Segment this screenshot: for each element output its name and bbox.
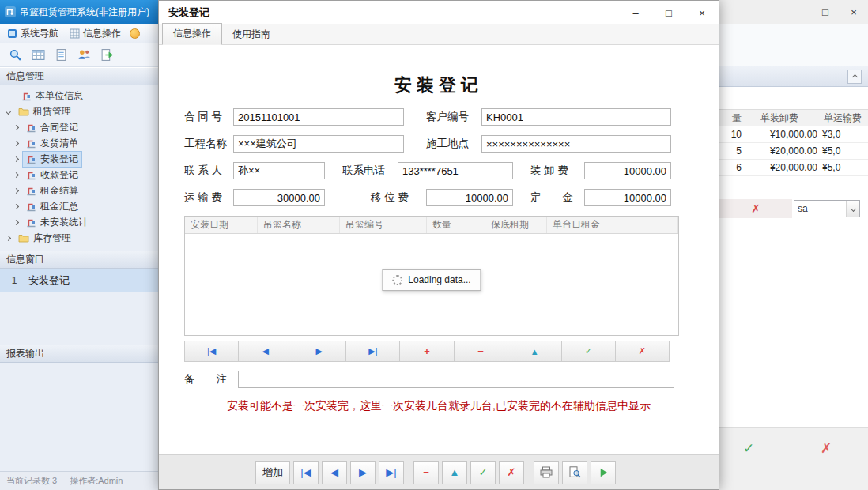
- section-header-info-management[interactable]: 信息管理: [0, 67, 158, 85]
- column-header[interactable]: 单装卸费: [742, 111, 817, 125]
- toolbar-cancel-button[interactable]: ✗: [499, 461, 524, 484]
- loading-fee-input[interactable]: [584, 162, 671, 179]
- nav-cancel-button[interactable]: ✗: [615, 341, 670, 362]
- table-view-button[interactable]: [29, 47, 47, 64]
- chevron-right-icon[interactable]: [13, 124, 19, 130]
- ribbon-tab-strip: 系统导航 信息操作: [0, 24, 158, 43]
- toolbar-post-button[interactable]: ✓: [470, 461, 496, 484]
- nav-delete-button[interactable]: −: [454, 341, 508, 362]
- table-row[interactable]: 6 ¥20,000.00 ¥5,0: [696, 160, 868, 176]
- toolbar-delete-button[interactable]: −: [413, 461, 439, 484]
- section-label: 信息窗口: [6, 253, 44, 266]
- project-name-input[interactable]: [233, 135, 404, 153]
- toolbar-last-button[interactable]: ▶|: [379, 461, 404, 484]
- minimize-button[interactable]: –: [783, 0, 811, 24]
- tab-label: 系统导航: [21, 27, 58, 40]
- contract-no-label: 合 同 号: [184, 107, 232, 127]
- help-icon[interactable]: [130, 28, 140, 39]
- print-button[interactable]: [534, 461, 559, 484]
- close-button[interactable]: ×: [840, 0, 868, 24]
- tree-item-install-register[interactable]: 安装登记: [0, 151, 158, 167]
- main-window-right-area: – □ × 量 单装卸费 单运输费 10 ¥10,000.00 ¥3,0 5 ¥…: [696, 0, 868, 490]
- toolbar-next-button[interactable]: ▶: [350, 461, 376, 484]
- tab-user-guide[interactable]: 使用指南: [222, 24, 281, 45]
- move-fee-input[interactable]: [426, 189, 513, 206]
- tree-item-payment-register[interactable]: 收款登记: [0, 167, 158, 183]
- tab-label: 信息操作: [83, 27, 121, 40]
- users-button[interactable]: [75, 47, 92, 64]
- toolbar-first-button[interactable]: |◀: [293, 461, 319, 484]
- collapse-panel-button[interactable]: [847, 70, 862, 84]
- deposit-input[interactable]: [584, 189, 671, 206]
- toolbar-prev-button[interactable]: ◀: [322, 461, 347, 484]
- maximize-button[interactable]: □: [652, 1, 685, 24]
- cancel-x-icon[interactable]: ✗: [821, 440, 832, 457]
- chevron-right-icon[interactable]: [13, 156, 19, 161]
- export-button[interactable]: [98, 47, 115, 64]
- nav-prev-button[interactable]: ◀: [238, 341, 292, 362]
- detail-grid[interactable]: 安装日期 吊篮名称 吊篮编号 数量 保底租期 单台日租金 Loading dat…: [184, 216, 679, 336]
- confirm-check-icon[interactable]: ✓: [743, 440, 754, 457]
- tab-info-operation[interactable]: 信息操作: [162, 23, 222, 45]
- contract-no-input[interactable]: [233, 108, 404, 126]
- contact-input[interactable]: [233, 162, 325, 179]
- tree-item-uninstalled-stats[interactable]: 未安装统计: [0, 214, 158, 230]
- add-button[interactable]: 增加: [255, 461, 290, 484]
- filter-combobox[interactable]: sa: [794, 200, 860, 217]
- chevron-right-icon[interactable]: [13, 172, 19, 177]
- tree-item-contract-register[interactable]: 合同登记: [0, 119, 158, 135]
- grid-column-min-term[interactable]: 保底租期: [485, 217, 547, 233]
- nav-insert-button[interactable]: +: [399, 341, 454, 362]
- table-row[interactable]: 5 ¥20,000.00 ¥5,0: [696, 143, 868, 160]
- nav-edit-button[interactable]: ▲: [508, 341, 562, 362]
- combobox-value: sa: [794, 201, 846, 217]
- nav-next-button[interactable]: ▶: [292, 341, 346, 362]
- grid-column-basket-name[interactable]: 吊篮名称: [258, 217, 340, 233]
- transport-fee-input[interactable]: [233, 189, 325, 206]
- maximize-button[interactable]: □: [811, 0, 840, 24]
- chevron-right-icon[interactable]: [13, 203, 19, 209]
- tree-folder-inventory-management[interactable]: 库存管理: [0, 230, 158, 246]
- toolbar-edit-button[interactable]: ▲: [442, 461, 467, 484]
- chevron-right-icon[interactable]: [6, 235, 11, 240]
- tree-folder-rental-management[interactable]: 租赁管理: [0, 104, 158, 119]
- table-header-row[interactable]: 量 单装卸费 单运输费: [696, 109, 868, 126]
- tree-item-company-info[interactable]: 本单位信息: [0, 88, 158, 104]
- section-header-report-output[interactable]: 报表输出: [0, 345, 158, 363]
- chevron-up-icon: [851, 74, 857, 79]
- grid-column-daily-rent[interactable]: 单台日租金: [547, 217, 678, 233]
- column-header[interactable]: 单运输费: [817, 111, 868, 125]
- run-button[interactable]: [591, 461, 616, 484]
- customer-no-input[interactable]: [481, 108, 671, 126]
- tree-item-delivery-list[interactable]: 发货清单: [0, 135, 158, 151]
- grid-column-install-date[interactable]: 安装日期: [185, 217, 258, 233]
- tab-info-operation[interactable]: 信息操作: [66, 25, 125, 42]
- nav-first-button[interactable]: |◀: [184, 341, 239, 362]
- tree-item-rent-settlement[interactable]: 租金结算: [0, 183, 158, 198]
- site-input[interactable]: [481, 135, 671, 153]
- dialog-titlebar[interactable]: 安装登记 – □ ×: [159, 1, 719, 24]
- chevron-right-icon[interactable]: [13, 219, 19, 224]
- chevron-down-icon[interactable]: [6, 108, 11, 114]
- minimize-button[interactable]: –: [619, 1, 652, 24]
- preview-button[interactable]: [562, 461, 587, 484]
- nav-last-button[interactable]: ▶|: [345, 341, 400, 362]
- grid-column-basket-no[interactable]: 吊篮编号: [340, 217, 427, 233]
- table-row[interactable]: 10 ¥10,000.00 ¥3,0: [696, 126, 868, 143]
- tree-item-rent-summary[interactable]: 租金汇总: [0, 198, 158, 214]
- search-button[interactable]: [6, 47, 24, 64]
- phone-input[interactable]: [398, 162, 513, 179]
- chevron-right-icon[interactable]: [13, 187, 19, 193]
- tab-system-nav[interactable]: 系统导航: [3, 25, 62, 42]
- section-header-info-window[interactable]: 信息窗口: [0, 251, 158, 269]
- document-button[interactable]: [52, 47, 70, 64]
- chevron-right-icon[interactable]: [13, 140, 19, 145]
- nav-post-button[interactable]: ✓: [561, 341, 616, 362]
- tree-item-label: 收款登记: [40, 168, 78, 182]
- grid-column-qty[interactable]: 数量: [427, 217, 485, 233]
- clear-filter-cell[interactable]: ✗: [719, 199, 792, 218]
- close-button[interactable]: ×: [685, 1, 719, 24]
- remark-input[interactable]: [238, 371, 674, 388]
- combobox-dropdown-button[interactable]: [846, 201, 859, 217]
- open-window-item[interactable]: 1 安装登记: [0, 269, 158, 292]
